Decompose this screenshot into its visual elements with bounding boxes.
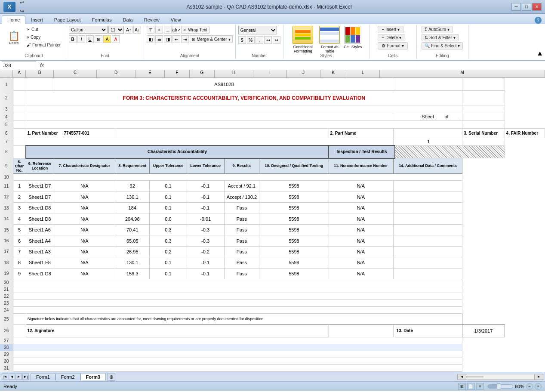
normal-view-button[interactable]: ⊞ [458, 383, 466, 390]
currency-button[interactable]: $ [238, 36, 246, 44]
cell-g17[interactable]: -0.2 [187, 246, 224, 257]
cell-m5[interactable] [462, 120, 505, 128]
text-angle-button[interactable]: ab↗ [172, 26, 180, 34]
cell-b25[interactable]: Signature below indicates that all chara… [26, 314, 462, 324]
cell-styles-button[interactable]: Cell Styles [343, 26, 362, 49]
cell-e19[interactable]: 159.3 [115, 268, 150, 279]
minimize-button[interactable]: ─ [511, 3, 521, 11]
help-icon[interactable]: ? [535, 17, 542, 24]
cell-e11[interactable]: 92 [115, 181, 150, 191]
cell-f16[interactable]: 0.3 [150, 235, 187, 246]
cell-b20[interactable] [13, 279, 462, 286]
sort-filter-button[interactable]: ⇅ Sort & Filter ▾ [422, 34, 459, 41]
tab-first-button[interactable]: |◄ [2, 373, 8, 380]
font-size-select[interactable]: 11 [108, 26, 124, 34]
cell-d18[interactable]: N/A [54, 257, 115, 268]
cell-h9[interactable]: 9. Results [224, 158, 259, 174]
cell-b19[interactable]: 9 [13, 268, 26, 279]
cell-i15[interactable]: 5598 [259, 224, 329, 235]
cell-b27[interactable] [13, 337, 462, 344]
zoom-in-button[interactable]: + [535, 383, 542, 390]
cell-i8[interactable]: Inspection / Test Results [329, 145, 395, 158]
insert-button[interactable]: + Insert ▾ [378, 26, 403, 33]
cell-b12[interactable]: 2 [13, 191, 26, 202]
cell-b7[interactable] [26, 138, 394, 145]
cell-g11[interactable]: -0.1 [187, 181, 224, 191]
zoom-slider[interactable] [487, 384, 513, 389]
tab-home[interactable]: Home [2, 15, 25, 24]
maximize-button[interactable]: □ [522, 3, 531, 11]
cell-h12[interactable]: Accept / 130.2 [224, 191, 259, 202]
zoom-thumb[interactable] [497, 383, 501, 389]
merge-center-button[interactable]: ⊞ Merge & Center▾ [190, 35, 233, 43]
cell-l7[interactable]: 1 [395, 138, 462, 145]
cut-button[interactable]: ✂ Cut [24, 26, 63, 33]
cell-b28[interactable] [13, 344, 462, 351]
horizontal-scrollbar[interactable]: ◄ ► [457, 374, 543, 380]
fill-color-button[interactable]: A [103, 35, 111, 43]
cell-d11[interactable]: N/A [54, 181, 115, 191]
cell-l8[interactable] [395, 145, 505, 158]
cell-c12[interactable]: Sheet1 D7 [26, 191, 54, 202]
cell-j17[interactable]: N/A [329, 246, 393, 257]
tab-page-layout[interactable]: Page Layout [49, 15, 86, 24]
redo-button[interactable]: ↪ [17, 7, 27, 15]
cell-b3[interactable] [26, 105, 462, 113]
cell-h15[interactable]: Pass [224, 224, 259, 235]
cell-e14[interactable]: 204.98 [115, 213, 150, 224]
cell-c17[interactable]: Sheet1 A3 [26, 246, 54, 257]
cell-c9[interactable]: 6. Reference Location [26, 158, 54, 174]
percent-button[interactable]: % [247, 36, 255, 44]
cell-j9[interactable]: 11. Nonconformance Number [329, 158, 393, 174]
cell-c16[interactable]: Sheet1 A4 [26, 235, 54, 246]
decrease-font-button[interactable]: A↓ [133, 26, 141, 34]
align-top-button[interactable]: ⊤ [147, 26, 154, 34]
cell-m2[interactable] [462, 91, 505, 105]
cell-h13[interactable]: Pass [224, 202, 259, 213]
cell-f13[interactable]: 0.1 [150, 202, 187, 213]
cell-b1[interactable] [26, 78, 54, 91]
cell-b11[interactable]: 1 [13, 181, 26, 191]
tab-prev-button[interactable]: ◄ [9, 373, 15, 380]
cell-a2[interactable] [13, 91, 26, 105]
zoom-out-button[interactable]: − [526, 383, 533, 390]
format-painter-button[interactable]: 🖌 Format Painter [24, 41, 63, 49]
sheet-tab-form1[interactable]: Form1 [31, 373, 55, 380]
cell-j19[interactable]: N/A [329, 268, 393, 279]
undo-button[interactable]: ↩ [17, 0, 27, 7]
cell-a3[interactable] [13, 105, 26, 113]
cell-b15[interactable]: 5 [13, 224, 26, 235]
cell-d13[interactable]: N/A [54, 202, 115, 213]
cell-b30[interactable] [13, 358, 462, 365]
cell-j12[interactable]: N/A [329, 191, 393, 202]
ribbon-collapse-icon[interactable]: ▲ [536, 49, 543, 57]
name-box[interactable] [2, 62, 36, 69]
cell-i19[interactable]: 5598 [259, 268, 329, 279]
cell-b24[interactable] [13, 307, 462, 314]
cell-c15[interactable]: Sheet1 A6 [26, 224, 54, 235]
cell-g16[interactable]: -0.3 [187, 235, 224, 246]
cell-m3[interactable] [462, 105, 505, 113]
wrap-text-button[interactable]: ↵ Wrap Text [181, 26, 209, 34]
cell-c14[interactable]: Sheet1 D8 [26, 213, 54, 224]
sheet-tab-form3[interactable]: Form3 [80, 373, 106, 380]
format-button[interactable]: ⚙ Format ▾ [378, 42, 408, 49]
cell-b22[interactable] [13, 293, 462, 300]
delete-button[interactable]: − Delete ▾ [378, 34, 405, 41]
cell-l6[interactable]: 3. Serial Number [462, 128, 505, 138]
cell-b26[interactable]: 12. Signature [26, 324, 329, 337]
sheet-tab-form2[interactable]: Form2 [55, 373, 80, 380]
cell-h11[interactable]: Accept / 92.1 [224, 181, 259, 191]
cell-i26[interactable] [329, 324, 394, 337]
cell-f19[interactable]: 0.1 [150, 268, 187, 279]
cell-b6[interactable]: 1. Part Number 7745577-001 [26, 128, 115, 138]
tab-last-button[interactable]: ►| [22, 373, 29, 380]
cell-k6[interactable] [394, 128, 462, 138]
autosum-button[interactable]: Σ AutoSum ▾ [422, 26, 453, 33]
cell-g18[interactable]: -0.1 [187, 257, 224, 268]
cell-d14[interactable]: N/A [54, 213, 115, 224]
number-format-select[interactable]: General [238, 26, 277, 34]
cell-b18[interactable]: 8 [13, 257, 26, 268]
cell-f14[interactable]: 0.0 [150, 213, 187, 224]
cell-b14[interactable]: 4 [13, 213, 26, 224]
